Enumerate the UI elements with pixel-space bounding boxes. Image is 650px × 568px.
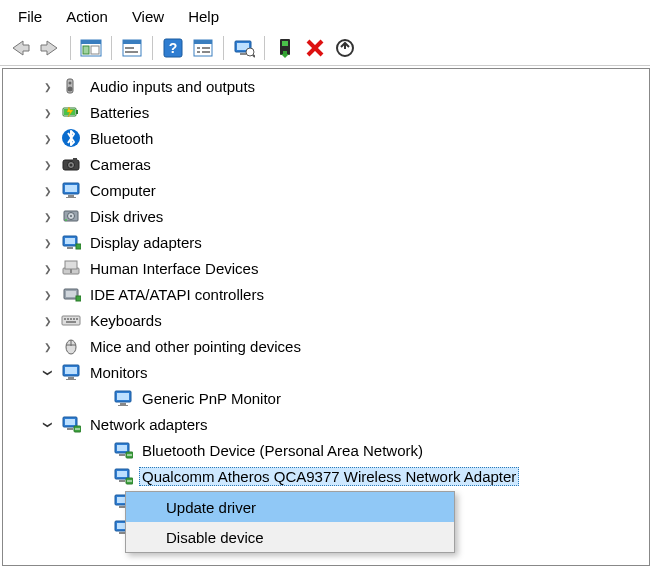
tree-node[interactable]: IDE ATA/ATAPI controllers: [3, 281, 649, 307]
speaker-icon: [61, 76, 81, 96]
svg-rect-5: [123, 40, 141, 44]
svg-rect-11: [194, 40, 212, 44]
chevron-right-icon[interactable]: [41, 261, 55, 275]
enable-device-button[interactable]: [271, 35, 299, 61]
uninstall-device-button[interactable]: [331, 35, 359, 61]
tree-node[interactable]: Generic PnP Monitor: [3, 385, 649, 411]
back-button[interactable]: [6, 35, 34, 61]
tree-node[interactable]: Cameras: [3, 151, 649, 177]
network-icon: [113, 466, 133, 486]
forward-icon: [39, 39, 61, 57]
tree-node-label: Generic PnP Monitor: [139, 389, 284, 408]
toolbar-separator: [111, 36, 112, 60]
tree-node-label: Human Interface Devices: [87, 259, 261, 278]
scan-hardware-icon: [233, 38, 255, 58]
svg-rect-18: [240, 53, 246, 55]
tree-node[interactable]: Qualcomm Atheros QCA9377 Wireless Networ…: [3, 463, 649, 489]
bluetooth-icon: [61, 128, 81, 148]
tree-node-label: Monitors: [87, 363, 151, 382]
tree-node-label: Mice and other pointing devices: [87, 337, 304, 356]
chevron-right-icon[interactable]: [41, 79, 55, 93]
chevron-right-icon[interactable]: [41, 339, 55, 353]
battery-icon: [61, 102, 81, 122]
chevron-right-icon[interactable]: [41, 313, 55, 327]
tree-node[interactable]: Mice and other pointing devices: [3, 333, 649, 359]
monitor-icon: [61, 362, 81, 382]
disable-device-button[interactable]: [301, 35, 329, 61]
help-icon: ?: [163, 38, 183, 58]
svg-point-19: [246, 48, 254, 56]
ide-icon: [61, 284, 81, 304]
context-menu: Update driver Disable device: [125, 491, 455, 553]
tree-node[interactable]: Bluetooth Device (Personal Area Network): [3, 437, 649, 463]
device-tree[interactable]: Audio inputs and outputsBatteriesBluetoo…: [2, 68, 650, 566]
svg-rect-1: [81, 40, 101, 44]
context-disable-device[interactable]: Disable device: [126, 522, 454, 552]
tree-node[interactable]: Disk drives: [3, 203, 649, 229]
chevron-down-icon[interactable]: [41, 417, 55, 431]
menu-view[interactable]: View: [120, 4, 176, 29]
tree-node-label: Disk drives: [87, 207, 166, 226]
chevron-right-icon[interactable]: [41, 235, 55, 249]
svg-rect-6: [125, 47, 134, 49]
scan-hardware-button[interactable]: [230, 35, 258, 61]
chevron-right-icon[interactable]: [41, 157, 55, 171]
tree-node[interactable]: Monitors: [3, 359, 649, 385]
menu-file[interactable]: File: [6, 4, 54, 29]
svg-rect-13: [202, 47, 210, 49]
menu-action[interactable]: Action: [54, 4, 120, 29]
disable-device-icon: [305, 38, 325, 58]
svg-line-20: [253, 55, 255, 57]
svg-rect-7: [125, 51, 138, 53]
tree-node[interactable]: Batteries: [3, 99, 649, 125]
chevron-right-icon[interactable]: [41, 287, 55, 301]
tree-node[interactable]: Keyboards: [3, 307, 649, 333]
svg-rect-2: [83, 46, 89, 54]
property-sheet-icon: [192, 39, 214, 57]
show-hide-tree-icon: [80, 39, 102, 57]
monitor-icon: [113, 388, 133, 408]
properties-button[interactable]: [118, 35, 146, 61]
tree-node-label: Keyboards: [87, 311, 165, 330]
tree-node[interactable]: Bluetooth: [3, 125, 649, 151]
chevron-right-icon[interactable]: [41, 105, 55, 119]
properties-icon: [121, 39, 143, 57]
svg-rect-3: [91, 46, 99, 54]
property-sheet-button[interactable]: [189, 35, 217, 61]
svg-rect-14: [197, 51, 200, 53]
toolbar: ?: [0, 31, 650, 66]
help-button[interactable]: ?: [159, 35, 187, 61]
tree-node[interactable]: Audio inputs and outputs: [3, 73, 649, 99]
network-icon: [61, 414, 81, 434]
svg-rect-12: [197, 47, 200, 49]
tree-node-label: Network adapters: [87, 415, 211, 434]
chevron-right-icon[interactable]: [41, 183, 55, 197]
tree-node[interactable]: Network adapters: [3, 411, 649, 437]
hid-icon: [61, 258, 81, 278]
tree-node-label: Cameras: [87, 155, 154, 174]
svg-rect-15: [202, 51, 210, 53]
show-hide-tree-button[interactable]: [77, 35, 105, 61]
tree-node-label: IDE ATA/ATAPI controllers: [87, 285, 267, 304]
context-update-driver[interactable]: Update driver: [126, 492, 454, 522]
chevron-right-icon[interactable]: [41, 131, 55, 145]
tree-node-label: Bluetooth Device (Personal Area Network): [139, 441, 426, 460]
keyboard-icon: [61, 310, 81, 330]
tree-node-label: Qualcomm Atheros QCA9377 Wireless Networ…: [139, 467, 519, 486]
tree-node-label: Audio inputs and outputs: [87, 77, 258, 96]
chevron-down-icon[interactable]: [41, 365, 55, 379]
toolbar-separator: [264, 36, 265, 60]
tree-node-label: Display adapters: [87, 233, 205, 252]
tree-node[interactable]: Computer: [3, 177, 649, 203]
network-icon: [113, 440, 133, 460]
chevron-right-icon[interactable]: [41, 209, 55, 223]
camera-icon: [61, 154, 81, 174]
tree-node[interactable]: Display adapters: [3, 229, 649, 255]
forward-button[interactable]: [36, 35, 64, 61]
tree-node-label: Batteries: [87, 103, 152, 122]
tree-node[interactable]: Human Interface Devices: [3, 255, 649, 281]
svg-text:?: ?: [169, 40, 178, 56]
toolbar-separator: [223, 36, 224, 60]
menu-help[interactable]: Help: [176, 4, 231, 29]
menubar: File Action View Help: [0, 0, 650, 31]
